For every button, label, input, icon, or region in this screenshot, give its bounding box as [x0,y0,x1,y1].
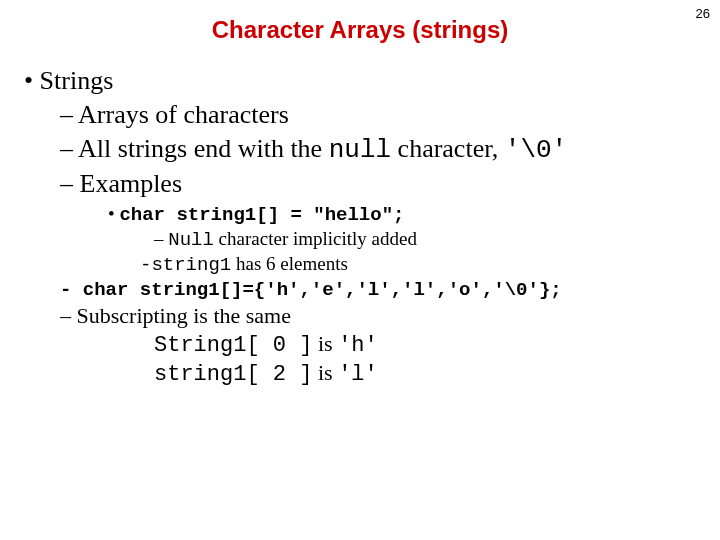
bullet-marker: • [108,203,119,224]
text-fragment: character, [391,134,505,163]
code-escape-zero: '\0' [505,135,567,165]
text-is: is [312,360,338,385]
code-char-array-init: char string1[]={'h','e','l','l','o','\0'… [83,279,562,301]
bullet-null-character: – All strings end with the null characte… [60,134,696,165]
bullet-char-hello: • char string1[] = "hello"; [108,203,696,226]
bullet-arrays-of-characters: – Arrays of characters [60,100,696,130]
code-string1: string1 [151,254,231,276]
text-fragment: – All strings end with the [60,134,329,163]
code-subscript-2: string1[ 2 ] [154,362,312,387]
bullet-char-array-init: - char string1[]={'h','e','l','l','o','\… [60,278,696,301]
bullet-null-implicit: – Null character implicitly added [154,228,696,251]
code-subscript-0: String1[ 0 ] [154,333,312,358]
text-is: is [312,331,338,356]
text-fragment: has 6 elements [231,253,348,274]
bullet-subscript-2: string1[ 2 ] is 'l' [154,360,696,387]
code-char-hello: char string1[] = "hello"; [119,204,404,226]
slide-content: • Strings – Arrays of characters – All s… [0,66,720,387]
dash-marker: – [154,228,168,249]
code-null: null [329,135,391,165]
code-char-h: 'h' [338,333,378,358]
slide-title: Character Arrays (strings) [0,16,720,44]
page-number: 26 [696,6,710,21]
bullet-six-elements: -string1 has 6 elements [140,253,696,276]
code-char-l: 'l' [338,362,378,387]
dash-marker: - [140,254,151,276]
dash-marker: - [60,279,83,301]
bullet-examples: – Examples [60,169,696,199]
bullet-subscript-0: String1[ 0 ] is 'h' [154,331,696,358]
text-fragment: character implicitly added [214,228,417,249]
bullet-strings: • Strings [24,66,696,96]
code-null-word: Null [168,229,214,251]
bullet-subscripting: – Subscripting is the same [60,303,696,329]
